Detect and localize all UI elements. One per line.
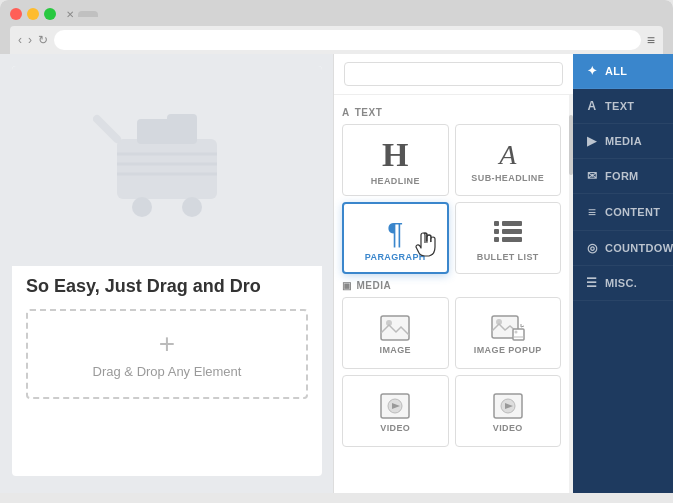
image-popup-label: IMAGE POPUP: [474, 345, 542, 355]
sidebar-label-all: ALL: [605, 65, 627, 77]
sidebar-label-form: FORM: [605, 170, 639, 182]
address-input[interactable]: [54, 30, 641, 50]
svg-point-4: [182, 197, 202, 217]
sidebar-item-text[interactable]: A TEXT: [573, 89, 673, 124]
text-elements-row: H HEADLINE A SUB-HEADLINE: [342, 124, 561, 196]
sidebar-item-media[interactable]: ▶ MEDIA: [573, 124, 673, 159]
form-icon: ✉: [585, 169, 599, 183]
browser-menu-icon[interactable]: ≡: [647, 32, 655, 48]
tab-label[interactable]: [78, 11, 98, 17]
panel-content: A TEXT H HEADLINE A SUB-HEADLINE: [334, 95, 573, 493]
search-input[interactable]: [344, 62, 563, 86]
sidebar-label-misc: MISC.: [605, 277, 637, 289]
text-icon: A: [585, 99, 599, 113]
svg-rect-8: [494, 221, 499, 226]
svg-rect-13: [502, 237, 522, 242]
svg-rect-12: [494, 237, 499, 242]
svg-rect-9: [502, 221, 522, 226]
svg-point-19: [514, 331, 517, 334]
image-label: IMAGE: [379, 345, 411, 355]
sidebar-item-all[interactable]: ✦ ALL: [573, 54, 673, 89]
paragraph-label: PARAGRAPH: [365, 252, 426, 262]
page-heading: So Easy, Just Drag and Dro: [12, 266, 322, 301]
svg-rect-1: [137, 119, 172, 144]
image-popup-tile[interactable]: IMAGE POPUP: [455, 297, 562, 369]
sidebar-item-countdown[interactable]: ◎ COUNTDOWN: [573, 231, 673, 266]
sidebar-item-content[interactable]: ≡ CONTENT: [573, 194, 673, 231]
media-elements-row: IMAGE: [342, 297, 561, 369]
text-elements-row-2: ¶ PARAGRAPH: [342, 202, 561, 274]
back-button[interactable]: ‹: [18, 33, 22, 47]
sidebar-label-text: TEXT: [605, 100, 634, 112]
svg-rect-11: [502, 229, 522, 234]
sidebar-item-misc[interactable]: ☰ MISC.: [573, 266, 673, 301]
sub-headline-label: SUB-HEADLINE: [471, 173, 544, 183]
headline-icon: H: [382, 138, 408, 172]
browser-chrome: ✕ ‹ › ↻ ≡: [0, 0, 673, 54]
right-sidebar: ✦ ALL A TEXT ▶ MEDIA ✉ FORM ≡ CONTENT ◎ …: [573, 54, 673, 493]
drop-zone-plus-icon: +: [159, 330, 175, 358]
all-icon: ✦: [585, 64, 599, 78]
address-bar: ‹ › ↻ ≡: [10, 26, 663, 54]
page-preview: So Easy, Just Drag and Dro + Drag & Drop…: [12, 66, 322, 476]
cart-section: [12, 66, 322, 266]
canvas-area: So Easy, Just Drag and Dro + Drag & Drop…: [0, 54, 333, 493]
scroll-indicator: [569, 95, 573, 493]
video-label: VIDEO: [380, 423, 410, 433]
traffic-lights: [10, 8, 56, 20]
headline-tile[interactable]: H HEADLINE: [342, 124, 449, 196]
bullet-list-label: BULLET LIST: [477, 252, 539, 262]
image-icon: [380, 315, 410, 341]
svg-point-3: [132, 197, 152, 217]
panel-area: A TEXT H HEADLINE A SUB-HEADLINE: [333, 54, 573, 493]
video2-label: VIDEO: [493, 423, 523, 433]
close-button[interactable]: [10, 8, 22, 20]
refresh-button[interactable]: ↻: [38, 33, 48, 47]
text-section-icon: A: [342, 107, 350, 118]
bullet-list-tile[interactable]: BULLET LIST: [455, 202, 562, 274]
media-icon: ▶: [585, 134, 599, 148]
sidebar-label-media: MEDIA: [605, 135, 642, 147]
svg-rect-10: [494, 229, 499, 234]
drop-zone[interactable]: + Drag & Drop Any Element: [26, 309, 308, 399]
paragraph-icon: ¶: [387, 218, 403, 248]
media-elements-row-2: VIDEO VIDEO: [342, 375, 561, 447]
video2-icon: [493, 393, 523, 419]
media-section-icon: ▣: [342, 280, 352, 291]
content-icon: ≡: [585, 204, 599, 220]
misc-icon: ☰: [585, 276, 599, 290]
sub-headline-tile[interactable]: A SUB-HEADLINE: [455, 124, 562, 196]
image-popup-icon: [491, 315, 525, 341]
countdown-icon: ◎: [585, 241, 599, 255]
scroll-thumb[interactable]: [569, 115, 573, 175]
paragraph-tile[interactable]: ¶ PARAGRAPH: [342, 202, 449, 274]
drop-zone-label: Drag & Drop Any Element: [93, 364, 242, 379]
svg-rect-2: [167, 114, 197, 144]
sub-headline-icon: A: [499, 141, 516, 169]
maximize-button[interactable]: [44, 8, 56, 20]
minimize-button[interactable]: [27, 8, 39, 20]
sidebar-item-form[interactable]: ✉ FORM: [573, 159, 673, 194]
main-layout: So Easy, Just Drag and Dro + Drag & Drop…: [0, 54, 673, 493]
video-icon: [380, 393, 410, 419]
bullet-list-icon: [494, 219, 522, 248]
sidebar-label-countdown: COUNTDOWN: [605, 242, 673, 254]
image-tile[interactable]: IMAGE: [342, 297, 449, 369]
svg-rect-18: [513, 329, 524, 340]
tab-close-icon[interactable]: ✕: [66, 9, 74, 20]
video-tile[interactable]: VIDEO: [342, 375, 449, 447]
elements-grid: A TEXT H HEADLINE A SUB-HEADLINE: [334, 95, 569, 493]
media-section-label: ▣ MEDIA: [342, 280, 561, 291]
headline-label: HEADLINE: [371, 176, 420, 186]
title-bar: ✕: [10, 8, 663, 20]
cart-icon: [87, 99, 247, 233]
tab-bar: ✕: [66, 9, 663, 20]
panel-search: [334, 54, 573, 95]
svg-rect-0: [117, 139, 217, 199]
sidebar-label-content: CONTENT: [605, 206, 660, 218]
video2-tile[interactable]: VIDEO: [455, 375, 562, 447]
forward-button[interactable]: ›: [28, 33, 32, 47]
text-section-label: A TEXT: [342, 107, 561, 118]
